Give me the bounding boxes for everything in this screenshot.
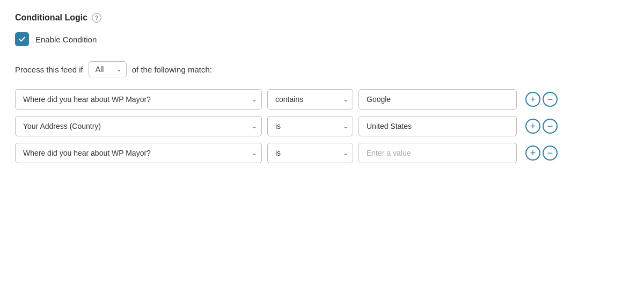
condition-1-actions: +− bbox=[525, 119, 558, 134]
condition-1-field-select[interactable]: Your Address (Country) bbox=[15, 116, 262, 136]
condition-0-remove-button[interactable]: − bbox=[543, 92, 558, 107]
enable-condition-label: Enable Condition bbox=[35, 35, 97, 44]
condition-0-value-input[interactable] bbox=[358, 89, 517, 110]
condition-row: Where did you hear about WP Mayor?⌄conta… bbox=[15, 89, 629, 110]
condition-2-field-select[interactable]: Where did you hear about WP Mayor? bbox=[15, 143, 262, 163]
condition-1-add-button[interactable]: + bbox=[525, 119, 540, 134]
condition-1-operator-wrapper: isis notcontainsstarts withends with⌄ bbox=[267, 116, 353, 136]
condition-1-field-wrapper: Your Address (Country)⌄ bbox=[15, 116, 262, 136]
condition-2-operator-select[interactable]: isis notcontainsstarts withends with bbox=[267, 143, 353, 163]
condition-row: Your Address (Country)⌄isis notcontainss… bbox=[15, 116, 629, 136]
conditional-logic-section: Conditional Logic ? Enable Condition Pro… bbox=[15, 13, 629, 163]
section-title: Conditional Logic ? bbox=[15, 13, 629, 23]
condition-1-operator-select[interactable]: isis notcontainsstarts withends with bbox=[267, 116, 353, 136]
help-icon[interactable]: ? bbox=[92, 13, 101, 23]
match-select-wrapper: All Any ⌄ bbox=[89, 61, 127, 77]
enable-condition-checkbox[interactable] bbox=[15, 32, 29, 46]
process-suffix: of the following match: bbox=[132, 65, 212, 74]
condition-0-add-button[interactable]: + bbox=[525, 92, 540, 107]
condition-0-operator-wrapper: containsisis notstarts withends with⌄ bbox=[267, 89, 353, 110]
condition-2-operator-wrapper: isis notcontainsstarts withends with⌄ bbox=[267, 143, 353, 163]
condition-0-operator-select[interactable]: containsisis notstarts withends with bbox=[267, 89, 353, 110]
match-select[interactable]: All Any bbox=[89, 61, 127, 77]
condition-2-remove-button[interactable]: − bbox=[543, 145, 558, 161]
condition-row: Where did you hear about WP Mayor?⌄isis … bbox=[15, 143, 629, 163]
condition-2-field-wrapper: Where did you hear about WP Mayor?⌄ bbox=[15, 143, 262, 163]
condition-2-add-button[interactable]: + bbox=[525, 145, 540, 161]
condition-0-field-wrapper: Where did you hear about WP Mayor?⌄ bbox=[15, 89, 262, 110]
condition-1-remove-button[interactable]: − bbox=[543, 119, 558, 134]
conditions-list: Where did you hear about WP Mayor?⌄conta… bbox=[15, 89, 629, 163]
condition-1-value-input[interactable] bbox=[358, 116, 517, 136]
condition-2-value-input[interactable] bbox=[358, 143, 517, 163]
process-prefix: Process this feed if bbox=[15, 65, 83, 74]
condition-2-actions: +− bbox=[525, 145, 558, 161]
section-title-text: Conditional Logic bbox=[15, 13, 87, 23]
condition-0-field-select[interactable]: Where did you hear about WP Mayor? bbox=[15, 89, 262, 110]
enable-condition-row: Enable Condition bbox=[15, 32, 629, 46]
process-row: Process this feed if All Any ⌄ of the fo… bbox=[15, 61, 629, 77]
condition-0-actions: +− bbox=[525, 92, 558, 107]
